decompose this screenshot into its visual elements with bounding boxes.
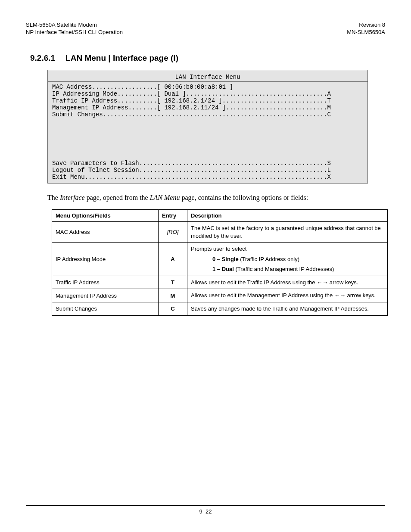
table-row: Submit Changes C Saves any changes made … [52, 302, 388, 316]
intro-italic-2: LAN Menu [150, 194, 180, 201]
entry-cell: [RO] [159, 222, 187, 243]
page-footer: 9–22 [26, 505, 385, 515]
intro-pre: The [47, 194, 60, 201]
table-row: MAC Address [RO] The MAC is set at the f… [52, 222, 388, 243]
terminal-screenshot: LAN Interface Menu MAC Address..........… [47, 70, 368, 184]
entry-cell: C [159, 302, 187, 316]
section-number: 9.2.6.1 [30, 53, 55, 63]
desc-cell: Allows user to edit the Management IP Ad… [187, 289, 388, 302]
doc-id: MN-SLM5650A [347, 29, 385, 36]
options-table: Menu Options/Fields Entry Description MA… [52, 209, 388, 315]
intro-post: page, contains the following options or … [180, 194, 308, 201]
entry-cell: M [159, 289, 187, 302]
doc-section-name: NP Interface Telnet/SSH CLI Operation [26, 29, 123, 36]
product-name: SLM-5650A Satellite Modem [26, 22, 123, 29]
terminal-body: MAC Address..................[ 00:06:b0:… [48, 81, 367, 182]
header-left: SLM-5650A Satellite Modem NP Interface T… [26, 22, 123, 36]
desc-prompt: Prompts user to select [191, 245, 384, 253]
field-cell: Management IP Address [52, 289, 159, 302]
table-row: IP Addressing Mode A Prompts user to sel… [52, 243, 388, 276]
page-number: 9–22 [199, 508, 212, 515]
intro-paragraph: The Interface page, opened from the LAN … [47, 194, 364, 202]
table-row: Traffic IP Address T Allows user to edit… [52, 276, 388, 289]
col-header-desc: Description [187, 210, 388, 222]
entry-cell: T [159, 276, 187, 289]
terminal-title: LAN Interface Menu [48, 71, 367, 81]
desc-option-1: 1 – Dual (Traffic and Management IP Addr… [191, 265, 384, 273]
desc-cell: Saves any changes made to the Traffic an… [187, 302, 388, 316]
intro-italic-1: Interface [60, 194, 85, 201]
page-header: SLM-5650A Satellite Modem NP Interface T… [26, 22, 385, 36]
field-cell: IP Addressing Mode [52, 243, 159, 276]
desc-cell: The MAC is set at the factory to a guara… [187, 222, 388, 243]
left-right-arrow-icon: ←→ [334, 292, 346, 299]
desc-option-0: 0 – Single (Traffic IP Address only) [191, 255, 384, 263]
left-right-arrow-icon: ←→ [317, 279, 328, 286]
entry-cell: A [159, 243, 187, 276]
header-right: Revision 8 MN-SLM5650A [347, 22, 385, 36]
desc-text: The MAC is set at the factory to a guara… [191, 224, 384, 240]
section-heading: 9.2.6.1LAN Menu | Interface page (I) [26, 53, 385, 63]
field-cell: MAC Address [52, 222, 159, 243]
table-header-row: Menu Options/Fields Entry Description [52, 210, 388, 222]
col-header-field: Menu Options/Fields [52, 210, 159, 222]
field-cell: Submit Changes [52, 302, 159, 316]
section-title: LAN Menu | Interface page (I) [65, 53, 178, 62]
field-cell: Traffic IP Address [52, 276, 159, 289]
document-page: SLM-5650A Satellite Modem NP Interface T… [0, 0, 411, 532]
revision-label: Revision 8 [347, 22, 385, 29]
intro-mid: page, opened from the [85, 194, 150, 201]
table-row: Management IP Address M Allows user to e… [52, 289, 388, 302]
desc-cell: Prompts user to select 0 – Single (Traff… [187, 243, 388, 276]
col-header-entry: Entry [159, 210, 187, 222]
desc-cell: Allows user to edit the Traffic IP Addre… [187, 276, 388, 289]
